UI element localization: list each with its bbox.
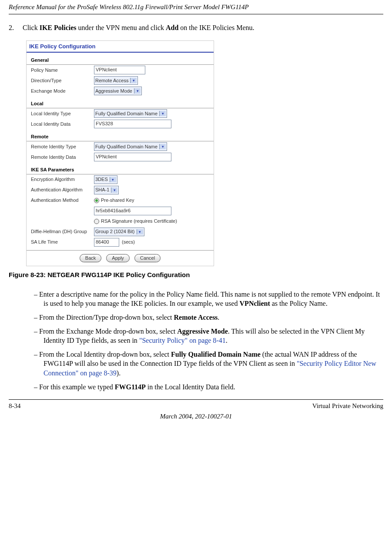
chevron-down-icon: ▾ xyxy=(134,88,141,94)
policy-name-label: Policy Name xyxy=(31,67,94,74)
exchange-label: Exchange Mode xyxy=(31,88,94,94)
enc-algo-select[interactable]: 3DES▾ xyxy=(94,175,117,184)
step-text-pre: Click xyxy=(23,24,40,31)
exchange-value: Aggressive Mode xyxy=(95,88,132,94)
xref-link[interactable]: "Security Policy" on page 8-41 xyxy=(139,337,226,344)
local-id-type-select[interactable]: Fully Qualified Domain Name▾ xyxy=(94,109,167,118)
back-button[interactable]: Back xyxy=(80,254,101,262)
chevron-down-icon: ▾ xyxy=(159,144,166,149)
policy-name-input[interactable]: VPNclient xyxy=(94,66,145,74)
direction-label: Direction/Type xyxy=(31,77,94,84)
radio-unselected-icon xyxy=(94,219,99,224)
psk-input[interactable]: hr5xb8416aa9r6 xyxy=(94,207,171,215)
enc-algo-label: Encryption Algorithm xyxy=(31,176,94,183)
dh-group-select[interactable]: Group 2 (1024 Bit)▾ xyxy=(94,228,144,236)
button-row: Back Apply Cancel xyxy=(27,250,214,266)
step-text-mid: under the VPN menu and click xyxy=(77,24,166,31)
remote-id-data-input[interactable]: VPNclient xyxy=(94,153,171,161)
dh-group-label: Diffie-Hellman (DH) Group xyxy=(31,228,94,235)
rsa-radio[interactable]: RSA Signature (requires Certificate) xyxy=(94,218,177,224)
section-remote: Remote xyxy=(27,132,214,141)
page-number: 8-34 xyxy=(9,401,21,410)
direction-value: Remote Access xyxy=(95,77,128,84)
auth-algo-value: SHA-1 xyxy=(95,187,109,193)
local-id-type-label: Local Identity Type xyxy=(31,110,94,117)
local-id-type-value: Fully Qualified Domain Name xyxy=(95,110,157,117)
remote-id-type-value: Fully Qualified Domain Name xyxy=(95,144,157,150)
list-item: Enter a descriptive name for the policy … xyxy=(34,290,383,308)
remote-id-type-label: Remote Identity Type xyxy=(31,144,94,150)
local-id-data-label: Local Identity Data xyxy=(31,121,94,127)
psk-label: Pre-shared Key xyxy=(101,197,134,203)
auth-method-label: Authentication Method xyxy=(31,197,94,204)
list-item: From the Local Identity drop-down box, s… xyxy=(34,350,383,378)
remote-id-data-label: Remote Identity Data xyxy=(31,154,94,161)
dh-group-value: Group 2 (1024 Bit) xyxy=(95,228,135,235)
list-item: From the Direction/Type drop-down box, s… xyxy=(34,313,383,322)
figure-caption: Figure 8-23: NETGEAR FWG114P IKE Policy … xyxy=(9,271,383,279)
running-header: Reference Manual for the ProSafe Wireles… xyxy=(9,0,383,14)
instruction-list: Enter a descriptive name for the policy … xyxy=(9,290,383,391)
section-local: Local xyxy=(27,99,214,108)
remote-id-type-select[interactable]: Fully Qualified Domain Name▾ xyxy=(94,142,167,151)
sa-life-label: SA Life Time xyxy=(31,239,94,245)
footer-date: March 2004, 202-10027-01 xyxy=(9,412,383,421)
auth-algo-label: Authentication Algorithm xyxy=(31,187,94,193)
chevron-down-icon: ▾ xyxy=(137,229,143,234)
apply-button[interactable]: Apply xyxy=(106,254,130,262)
psk-radio[interactable]: Pre-shared Key xyxy=(94,197,134,204)
chapter-title: Virtual Private Networking xyxy=(312,401,383,410)
cancel-button[interactable]: Cancel xyxy=(134,254,161,262)
step-2: 2. Click IKE Policies under the VPN menu… xyxy=(9,23,383,33)
rsa-label: RSA Signature (requires Certificate) xyxy=(101,218,177,224)
enc-algo-value: 3DES xyxy=(95,176,108,183)
step-text-post: on the IKE Policies Menu. xyxy=(178,24,254,31)
chevron-down-icon: ▾ xyxy=(111,187,117,193)
radio-selected-icon xyxy=(94,198,99,203)
list-item: From the Exchange Mode drop-down box, se… xyxy=(34,327,383,345)
step-number: 2. xyxy=(9,23,21,33)
local-id-data-input[interactable]: FVS328 xyxy=(94,120,171,128)
ike-config-panel: IKE Policy Configuration General Policy … xyxy=(26,40,214,266)
step-bold-ike: IKE Policies xyxy=(40,24,77,31)
sa-life-unit: (secs) xyxy=(122,239,135,245)
list-item: For this example we typed FWG114P in the… xyxy=(34,382,383,392)
direction-select[interactable]: Remote Access▾ xyxy=(94,76,138,85)
step-bold-add: Add xyxy=(166,24,178,31)
exchange-select[interactable]: Aggressive Mode▾ xyxy=(94,87,142,95)
section-ike-sa: IKE SA Parameters xyxy=(27,165,214,174)
chevron-down-icon: ▾ xyxy=(130,78,137,83)
section-general: General xyxy=(27,55,214,65)
chevron-down-icon: ▾ xyxy=(159,111,166,116)
sa-life-input[interactable]: 86400 xyxy=(94,238,119,247)
auth-algo-select[interactable]: SHA-1▾ xyxy=(94,186,119,194)
chevron-down-icon: ▾ xyxy=(110,177,116,182)
page-footer: 8-34 Virtual Private Networking xyxy=(9,399,383,410)
panel-title: IKE Policy Configuration xyxy=(27,41,214,52)
